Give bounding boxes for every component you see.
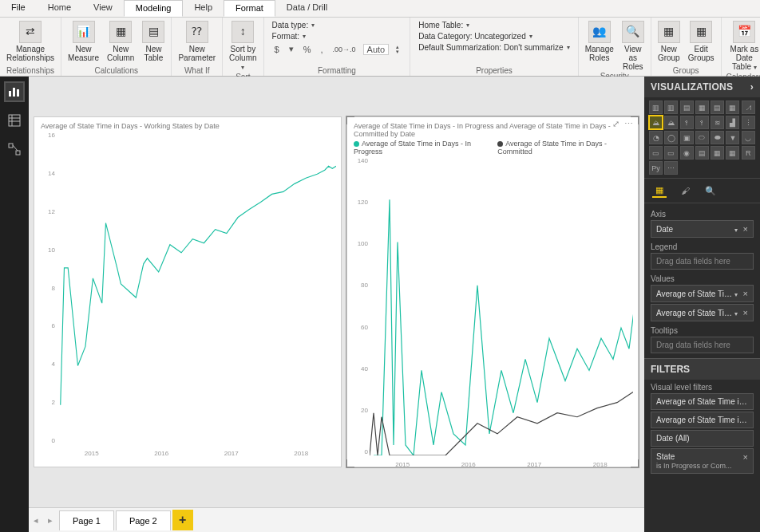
viz-map[interactable]: ⬭	[695, 131, 709, 144]
viz-scatter[interactable]: ⋮	[742, 116, 755, 129]
model-view-button[interactable]	[6, 140, 23, 158]
values-field-1[interactable]: Average of State Time in▾×	[651, 285, 754, 302]
sort-by-column-button[interactable]: ↕Sort by Column ▾	[228, 19, 258, 72]
page-tab-1[interactable]: Page 1	[59, 510, 114, 530]
tab-home[interactable]: Home	[37, 0, 82, 17]
new-parameter-button[interactable]: ⁇New Parameter	[176, 19, 217, 62]
analytics-tab-button[interactable]: 🔍	[703, 183, 718, 198]
edit-groups-button[interactable]: ▦Edit Groups	[687, 19, 716, 62]
svg-rect-3	[9, 115, 20, 126]
decimals-input[interactable]: Auto	[363, 44, 390, 55]
viz-ribbon[interactable]: ≋	[711, 116, 724, 129]
viz-donut[interactable]: ◯	[664, 131, 678, 144]
data-category-dropdown[interactable]: Data Category: Uncategorized ▾	[418, 32, 569, 41]
legend-field-well[interactable]: Drag data fields here	[651, 253, 754, 270]
view-as-roles-button[interactable]: 🔍View as Roles	[620, 19, 646, 71]
tab-file[interactable]: File	[0, 0, 37, 17]
remove-field-icon[interactable]: ×	[743, 308, 748, 317]
filter-card-date[interactable]: Date (All)	[651, 430, 754, 447]
page-next-button[interactable]: ▸	[43, 515, 57, 526]
filters-header[interactable]: FILTERS	[644, 358, 760, 380]
legend-label: Legend	[651, 239, 754, 253]
add-page-button[interactable]: +	[172, 510, 193, 530]
tooltips-field-well[interactable]: Drag data fields here	[651, 337, 754, 353]
data-view-button[interactable]	[6, 112, 23, 129]
tab-format[interactable]: Format	[224, 0, 275, 17]
viz-table[interactable]: ▦	[711, 146, 724, 160]
focus-mode-icon[interactable]: ⤢	[612, 119, 619, 129]
page-tab-2[interactable]: Page 2	[116, 510, 171, 530]
x-axis: 2015201620172018	[370, 461, 633, 468]
remove-filter-icon[interactable]: ×	[743, 452, 748, 462]
remove-field-icon[interactable]: ×	[743, 224, 748, 234]
viz-100-bar[interactable]: ▤	[711, 100, 724, 114]
viz-stacked-column[interactable]: ▥	[664, 100, 678, 114]
svg-rect-8	[16, 151, 20, 155]
tab-datadrill[interactable]: Data / Drill	[275, 0, 338, 17]
manage-roles-button[interactable]: 👥Manage Roles	[584, 19, 616, 62]
viz-area[interactable]: ⛰	[649, 116, 663, 129]
mark-as-date-table-button[interactable]: 📅Mark as Date Table ▾	[726, 19, 760, 72]
viewas-icon: 🔍	[622, 21, 644, 43]
group-calculations-label: Calculations	[94, 65, 137, 76]
new-column-button[interactable]: ▦New Column	[105, 19, 136, 62]
viz-stacked-area[interactable]: ⛰	[664, 116, 678, 129]
fields-tab-button[interactable]: ▦	[652, 183, 667, 198]
ribbon: ⇄Manage Relationships Relationships 📊New…	[0, 18, 760, 77]
home-table-dropdown[interactable]: Home Table: ▾	[418, 21, 569, 30]
viz-funnel[interactable]: ▼	[726, 131, 739, 144]
table-icon: ▤	[142, 21, 164, 43]
percent-button[interactable]: %	[301, 44, 314, 55]
visualizations-header[interactable]: VISUALIZATIONS›	[644, 77, 760, 97]
chart-title: Average of State Time in Days - In Progr…	[347, 117, 638, 140]
viz-stacked-bar[interactable]: ▥	[649, 100, 663, 114]
calendar-icon: 📅	[733, 21, 755, 43]
visual-chart-1[interactable]: Average of State Time in Days - Working …	[34, 116, 342, 467]
currency-button[interactable]: $	[272, 44, 282, 55]
tab-modeling[interactable]: Modeling	[124, 0, 184, 17]
viz-slicer[interactable]: ▤	[695, 146, 709, 160]
visual-chart-2[interactable]: ⤢⋯ Average of State Time in Days - In Pr…	[346, 116, 639, 467]
spin-buttons[interactable]: ▴▾	[394, 44, 402, 54]
viz-kpi[interactable]: ◉	[680, 146, 694, 160]
new-measure-button[interactable]: 📊New Measure	[66, 19, 101, 62]
filter-card-1[interactable]: Average of State Time in ...	[651, 393, 754, 410]
more-options-icon[interactable]: ⋯	[624, 119, 633, 129]
new-group-button[interactable]: ▦New Group	[656, 19, 682, 62]
remove-field-icon[interactable]: ×	[743, 289, 748, 298]
tab-view[interactable]: View	[82, 0, 124, 17]
viz-treemap[interactable]: ▣	[680, 131, 694, 144]
new-table-button[interactable]: ▤New Table	[141, 19, 166, 62]
manage-relationships-button[interactable]: ⇄Manage Relationships	[5, 19, 56, 62]
filter-card-state[interactable]: State× is In Progress or Com...	[651, 448, 754, 474]
viz-combo2[interactable]: ⫯	[695, 116, 709, 129]
viz-combo1[interactable]: ⫯	[680, 116, 694, 129]
viz-card[interactable]: ▭	[649, 146, 663, 160]
viz-r[interactable]: R	[742, 146, 755, 160]
viz-more[interactable]: ⋯	[664, 161, 678, 175]
data-type-dropdown[interactable]: Data type: ▾	[272, 21, 402, 30]
tab-help[interactable]: Help	[183, 0, 224, 17]
viz-line[interactable]: ⩘	[742, 100, 755, 114]
viz-py[interactable]: Py	[649, 161, 663, 175]
decimals-decrease-icon[interactable]: .00→.0	[331, 45, 358, 54]
viz-multi-card[interactable]: ▭	[664, 146, 678, 160]
viz-clustered-column[interactable]: ▦	[695, 100, 709, 114]
default-summarization-dropdown[interactable]: Default Summarization: Don't summarize ▾	[418, 43, 569, 52]
viz-waterfall[interactable]: ▟	[726, 116, 739, 129]
values-field-2[interactable]: Average of State Time in▾×	[651, 304, 754, 321]
viz-filled-map[interactable]: ⬬	[711, 131, 724, 144]
format-tab-button[interactable]: 🖌	[678, 183, 692, 198]
viz-100-column[interactable]: ▦	[726, 100, 739, 114]
filter-card-2[interactable]: Average of State Time in ...	[651, 412, 754, 428]
format-dropdown[interactable]: Format: ▾	[272, 32, 402, 41]
viz-clustered-bar[interactable]: ▤	[680, 100, 694, 114]
viz-pie[interactable]: ◔	[649, 131, 663, 144]
report-canvas[interactable]: Average of State Time in Days - Working …	[29, 77, 644, 507]
page-prev-button[interactable]: ◂	[29, 515, 43, 526]
thousands-button[interactable]: ,	[318, 44, 325, 55]
viz-matrix[interactable]: ▦	[726, 146, 739, 160]
axis-field-well[interactable]: Date▾×	[651, 220, 754, 238]
report-view-button[interactable]	[6, 83, 23, 100]
viz-gauge[interactable]: ◡	[742, 131, 755, 144]
